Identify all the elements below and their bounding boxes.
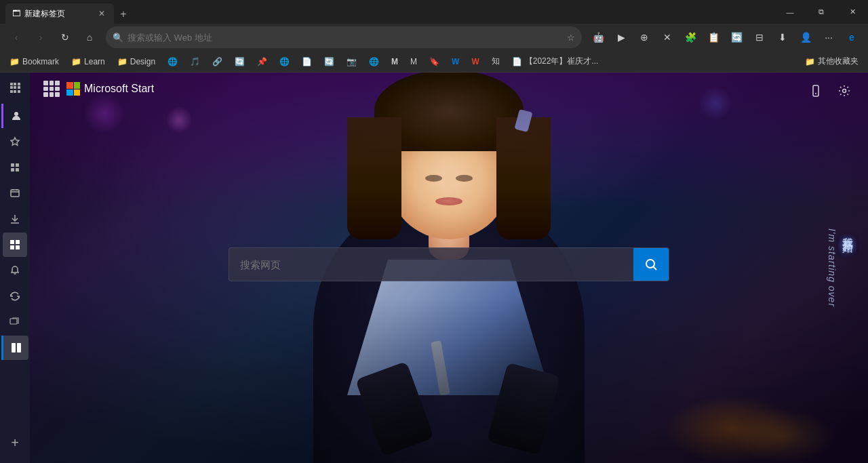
bookmark-item-zhi[interactable]: 知 <box>486 54 505 68</box>
svg-rect-12 <box>16 240 20 244</box>
warm-glow <box>665 395 800 463</box>
new-tab-button[interactable]: + <box>114 5 133 24</box>
bookmark-item-m2[interactable]: M <box>405 56 422 68</box>
todo-button[interactable]: 📋 <box>703 26 724 48</box>
bookmark-item-2[interactable]: 🎵 <box>184 56 205 68</box>
sidebar-item-profile[interactable] <box>1 104 28 128</box>
bm-icon: 📄 <box>512 57 522 66</box>
mobile-icon[interactable] <box>806 81 826 101</box>
active-tab[interactable]: 🗔 新建标签页 ✕ <box>5 3 114 24</box>
restore-button[interactable]: ⧉ <box>806 0 837 24</box>
tab-close-button[interactable]: ✕ <box>96 8 107 19</box>
ms-start-label: Microsoft Start <box>84 83 154 95</box>
address-input[interactable] <box>127 33 563 43</box>
bookmark-item-w2[interactable]: W <box>466 56 484 68</box>
svg-rect-13 <box>10 245 14 249</box>
svg-point-21 <box>843 89 846 93</box>
play-button[interactable]: ▶ <box>610 26 632 48</box>
folder-icon: 📁 <box>9 57 20 66</box>
search-container <box>229 247 669 281</box>
back-button[interactable]: ‹ <box>5 26 27 48</box>
bookmark-item-1[interactable]: 🌐 <box>162 56 183 68</box>
bookmark-item-10[interactable]: 🌐 <box>363 56 384 68</box>
title-bar: 🗔 新建标签页 ✕ + — ⧉ ✕ <box>0 0 868 24</box>
logo-q1 <box>66 82 73 89</box>
copilot-button[interactable]: 🤖 <box>587 26 609 48</box>
windows-logo <box>66 82 80 96</box>
bm-icon: 🔄 <box>235 57 245 66</box>
sidebar-item-collections[interactable] <box>3 155 27 180</box>
logo-q3 <box>66 89 73 96</box>
bookmark-folder-learn[interactable]: 📁 Learn <box>66 56 111 68</box>
more-button[interactable]: ··· <box>818 26 840 48</box>
bookmark-item-4[interactable]: 🔄 <box>229 56 250 68</box>
bookmark-item-5[interactable]: 📌 <box>252 56 273 68</box>
bookmark-item-m1[interactable]: M <box>386 56 403 68</box>
bm-icon: 🌐 <box>167 57 178 66</box>
settings-icon[interactable] <box>834 81 854 101</box>
bookmark-item-w1[interactable]: W <box>446 56 465 68</box>
search-icon <box>644 258 658 271</box>
folder-icon: 📁 <box>71 57 81 66</box>
sidebar-toggle[interactable]: ⊟ <box>749 26 770 48</box>
bookmark-item-9[interactable]: 📷 <box>341 56 362 68</box>
sidebar-item-favorites[interactable] <box>3 129 27 154</box>
forward-button[interactable]: › <box>30 26 52 48</box>
close-button[interactable]: ✕ <box>837 0 868 24</box>
svg-point-22 <box>646 260 654 268</box>
bookmark-item-7[interactable]: 📄 <box>296 56 317 68</box>
logo-q4 <box>74 89 81 96</box>
bookmark-label: Design <box>130 57 155 66</box>
ms-logo[interactable]: Microsoft Start <box>66 82 154 96</box>
bookmark-item-11[interactable]: 🔖 <box>424 56 445 68</box>
grid-dot <box>50 81 54 85</box>
minimize-button[interactable]: — <box>774 0 806 24</box>
bookmark-folder-bookmark[interactable]: 📁 Bookmark <box>4 56 64 68</box>
profile-button[interactable]: 👤 <box>795 26 816 48</box>
bm-icon: W <box>452 57 459 66</box>
sidebar-item-grid[interactable] <box>3 75 27 100</box>
sidebar-item-active2[interactable] <box>1 336 28 360</box>
sidebar-item-windows[interactable] <box>3 310 27 334</box>
nav-action-buttons: 🤖 ▶ ⊕ ✕ 🧩 📋 🔄 ⊟ ⬇ 👤 ··· e <box>587 26 863 48</box>
grid-dot <box>55 92 60 97</box>
search-button[interactable] <box>633 248 669 281</box>
bookmark-item-3[interactable]: 🔗 <box>207 56 228 68</box>
grid-dot <box>43 87 48 92</box>
apps-grid-icon[interactable] <box>43 81 60 97</box>
bookmark-label: Bookmark <box>22 57 59 66</box>
search-icon: 🔍 <box>113 33 123 43</box>
search-input[interactable] <box>229 251 633 279</box>
update-button[interactable]: 🔄 <box>726 26 747 48</box>
sidebar-item-downloads[interactable] <box>3 207 27 231</box>
home-button[interactable]: ⌂ <box>79 26 100 48</box>
sidebar-item-sync[interactable] <box>3 284 27 308</box>
ext-button[interactable]: 🧩 <box>679 26 701 48</box>
bookmark-label: 【2022年】崔庆才... <box>525 56 599 67</box>
sidebar-item-media[interactable] <box>3 233 27 257</box>
bm-icon: M <box>410 57 417 66</box>
x-button[interactable]: ✕ <box>656 26 678 48</box>
edge-button[interactable]: e <box>841 26 863 48</box>
sidebar-item-notifications[interactable] <box>3 258 27 283</box>
svg-rect-19 <box>813 85 818 96</box>
svg-rect-14 <box>16 245 20 249</box>
svg-rect-16 <box>10 319 17 324</box>
tab-icon: 🗔 <box>12 9 20 18</box>
sidebar-item-add[interactable]: + <box>3 430 27 455</box>
sidebar-item-history[interactable] <box>3 181 27 205</box>
refresh-button[interactable]: ↻ <box>54 26 76 48</box>
download-button[interactable]: ⬇ <box>772 26 793 48</box>
bookmark-item-8[interactable]: 🔄 <box>319 56 340 68</box>
star-icon[interactable]: ☆ <box>567 33 575 43</box>
bing-button[interactable]: ⊕ <box>633 26 655 48</box>
bookmark-item-cuiqingcai[interactable]: 📄 【2022年】崔庆才... <box>507 54 604 68</box>
navigation-bar: ‹ › ↻ ⌂ 🔍 ☆ 🤖 ▶ ⊕ ✕ 🧩 📋 🔄 ⊟ ⬇ 👤 ··· e <box>0 24 868 51</box>
grid-dot <box>55 87 60 92</box>
address-bar[interactable]: 🔍 ☆ <box>106 26 582 48</box>
svg-line-23 <box>654 267 657 270</box>
bookmark-folder-other[interactable]: 📁 其他收藏夹 <box>800 54 864 68</box>
bookmark-folder-design[interactable]: 📁 Design <box>112 56 161 68</box>
bookmark-item-6[interactable]: 🌐 <box>274 56 295 68</box>
header-right-icons <box>806 81 854 101</box>
